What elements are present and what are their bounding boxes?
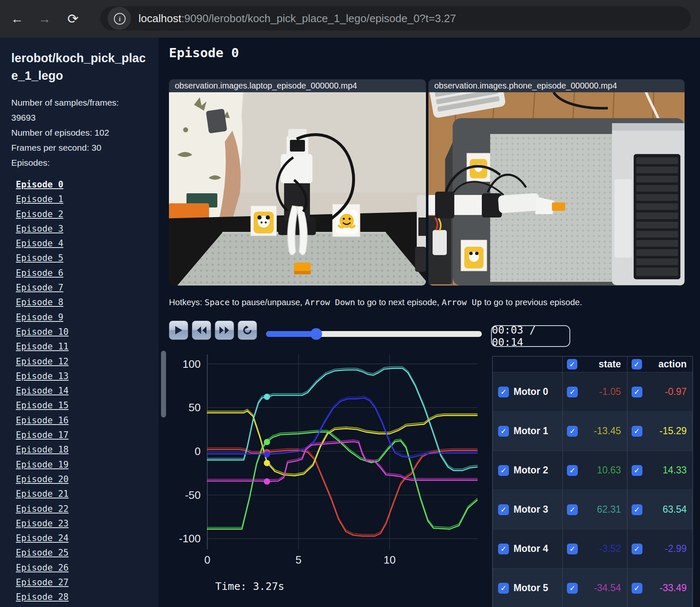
sidebar-episode-link[interactable]: Episode 10: [16, 327, 68, 337]
episode-list-item: Episode 10: [16, 327, 68, 341]
video-title-laptop: observation.images.laptop_episode_000000…: [169, 79, 426, 92]
video-panel-phone: observation.images.phone_episode_000000.…: [428, 79, 685, 286]
back-button[interactable]: ←: [8, 9, 27, 28]
motor-state-value: -1.05: [599, 386, 621, 397]
motor-action-checkbox[interactable]: ✓: [632, 426, 642, 437]
sidebar-episode-link[interactable]: Episode 2: [16, 209, 63, 219]
motor-state-checkbox[interactable]: ✓: [567, 387, 578, 397]
rewind-button[interactable]: [192, 321, 211, 340]
sidebar-episode-link[interactable]: Episode 4: [16, 238, 63, 248]
seek-slider-thumb[interactable]: [310, 328, 322, 340]
play-button[interactable]: [169, 321, 188, 340]
page-title: Episode 0: [169, 45, 239, 60]
sidebar-episode-link[interactable]: Episode 3: [16, 224, 63, 234]
sidebar-episode-link[interactable]: Episode 15: [16, 400, 68, 410]
motor-name-label: Motor 1: [514, 425, 548, 437]
dataset-info: Number of samples/frames: 39693 Number o…: [11, 95, 129, 171]
page-info-icon[interactable]: i: [114, 13, 126, 25]
sidebar-episode-link[interactable]: Episode 14: [16, 386, 68, 396]
sidebar-episode-link[interactable]: Episode 21: [16, 489, 68, 499]
motor-row-checkbox[interactable]: ✓: [498, 504, 509, 515]
sidebar-episode-link[interactable]: Episode 23: [16, 518, 68, 529]
svg-text:0: 0: [195, 445, 201, 458]
video-panel-laptop: observation.images.laptop_episode_000000…: [169, 79, 426, 286]
sidebar-episode-link[interactable]: Episode 24: [16, 533, 68, 543]
motor-state-checkbox[interactable]: ✓: [567, 583, 578, 594]
episode-list-item: Episode 21: [16, 489, 68, 503]
sidebar-episode-link[interactable]: Episode 16: [16, 415, 68, 425]
sidebar-episode-link[interactable]: Episode 28: [16, 592, 68, 602]
motor-state-checkbox[interactable]: ✓: [567, 504, 578, 515]
motor-state-value: -34.54: [594, 582, 621, 594]
motor-state-checkbox[interactable]: ✓: [567, 544, 578, 554]
sidebar-episode-link[interactable]: Episode 25: [16, 548, 68, 558]
motor-row-checkbox[interactable]: ✓: [498, 544, 509, 554]
sidebar-episode-link[interactable]: Episode 20: [16, 474, 68, 484]
lerobot-dataset-visualizer: ← → ⟳ i localhost:9090/lerobot/koch_pick…: [0, 0, 700, 607]
motor-name-cell: ✓Motor 0: [493, 372, 562, 411]
seek-slider[interactable]: [266, 331, 482, 337]
motor-row-checkbox[interactable]: ✓: [498, 387, 509, 397]
svg-text:0: 0: [204, 554, 210, 566]
fast-forward-button[interactable]: [215, 321, 234, 340]
motor-row-checkbox[interactable]: ✓: [498, 426, 509, 437]
episode-list-item: Episode 20: [16, 474, 68, 489]
motor-state-checkbox[interactable]: ✓: [567, 426, 578, 437]
motor-action-cell: ✓63.54: [627, 490, 692, 529]
motor-name-cell: ✓Motor 2: [493, 451, 562, 490]
reload-button[interactable]: ⟳: [63, 9, 83, 28]
sidebar-episode-link[interactable]: Episode 26: [16, 563, 68, 573]
svg-text:10: 10: [384, 554, 396, 566]
episode-list-item: Episode 16: [16, 415, 68, 430]
episode-list-item: Episode 15: [16, 400, 68, 415]
motor-action-checkbox[interactable]: ✓: [632, 504, 642, 515]
state-column-checkbox[interactable]: ✓: [567, 359, 577, 369]
forward-button[interactable]: →: [35, 9, 54, 28]
motor-action-checkbox[interactable]: ✓: [632, 544, 642, 554]
sidebar-scrollbar-thumb[interactable]: [161, 351, 166, 417]
motor-action-checkbox[interactable]: ✓: [632, 465, 642, 476]
video-frame-laptop[interactable]: [169, 92, 426, 286]
sidebar-episode-link[interactable]: Episode 27: [16, 577, 68, 587]
motor-state-checkbox[interactable]: ✓: [567, 465, 578, 476]
url-path: :9090/lerobot/koch_pick_place_1_lego/epi…: [181, 12, 456, 25]
action-column-checkbox[interactable]: ✓: [632, 359, 642, 369]
sidebar-episode-link[interactable]: Episode 8: [16, 297, 63, 307]
sidebar-episode-link[interactable]: Episode 0: [16, 180, 63, 190]
episode-list-item: Episode 1: [16, 194, 68, 209]
browser-toolbar: ← → ⟳ i localhost:9090/lerobot/koch_pick…: [0, 0, 700, 38]
motor-state-cell: ✓-1.05: [562, 372, 627, 411]
sidebar-episode-link[interactable]: Episode 22: [16, 504, 68, 514]
motor-action-checkbox[interactable]: ✓: [632, 387, 642, 397]
motor-state-value: -3.52: [599, 543, 621, 554]
motor-action-value: -2.99: [665, 543, 687, 554]
motor-state-cell: ✓-34.54: [562, 569, 627, 607]
sidebar-episode-link[interactable]: Episode 18: [16, 445, 68, 455]
sidebar-episode-link[interactable]: Episode 12: [16, 357, 68, 367]
motor-state-value: -13.45: [594, 425, 621, 437]
sidebar-episode-link[interactable]: Episode 6: [16, 268, 63, 278]
sidebar-episode-link[interactable]: Episode 1: [16, 194, 63, 204]
sidebar-episode-link[interactable]: Episode 5: [16, 253, 63, 263]
motor-row-checkbox[interactable]: ✓: [498, 583, 509, 594]
motor-row-checkbox[interactable]: ✓: [498, 465, 509, 476]
sidebar-episode-link[interactable]: Episode 13: [16, 371, 68, 381]
motor-state-value: 62.31: [597, 504, 621, 515]
sidebar-episode-link[interactable]: Episode 11: [16, 341, 68, 352]
episode-list-item: Episode 24: [16, 533, 68, 548]
video-frame-phone[interactable]: [428, 92, 685, 286]
motor-table-row: ✓Motor 3✓62.31✓63.54: [493, 490, 692, 529]
motor-action-checkbox[interactable]: ✓: [632, 583, 642, 594]
sidebar-episode-link[interactable]: Episode 9: [16, 312, 63, 322]
sidebar-episode-link[interactable]: Episode 17: [16, 430, 68, 440]
address-bar[interactable]: i localhost:9090/lerobot/koch_pick_place…: [100, 6, 691, 30]
sidebar-episode-link[interactable]: Episode 7: [16, 283, 63, 293]
info-episodes: Number of episodes: 102: [11, 125, 129, 140]
motor-table-header: ✓ state ✓ action: [493, 357, 692, 372]
motor-action-cell: ✓14.33: [627, 451, 692, 490]
loop-button[interactable]: [238, 321, 257, 340]
episode-list-item: Episode 8: [16, 297, 68, 312]
hotkey-arrow-up: Arrow Up: [442, 297, 482, 307]
sidebar-episode-link[interactable]: Episode 19: [16, 460, 68, 470]
episode-list-item: Episode 5: [16, 253, 68, 268]
